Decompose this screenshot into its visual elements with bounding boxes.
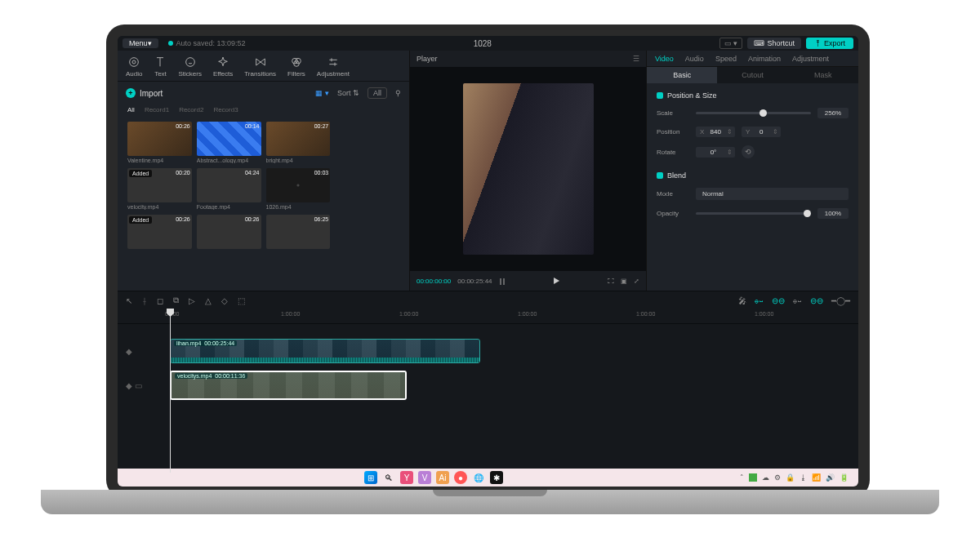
system-tray[interactable]: ˄ ☁⚙🔒⭳📶🔊🔋: [740, 473, 849, 482]
split-icon[interactable]: ⟊: [142, 296, 147, 305]
scale-value[interactable]: 256%: [817, 108, 849, 118]
start-icon[interactable]: ⊞: [364, 471, 377, 484]
lib-tab-r2[interactable]: Record2: [179, 106, 203, 113]
svg-point-2: [185, 58, 194, 67]
timecode-current: 00:00:00:00: [416, 278, 451, 285]
export-button[interactable]: ⭱ Export: [806, 38, 853, 49]
view-grid-icon[interactable]: ▦ ▾: [315, 89, 329, 97]
blend-mode-select[interactable]: Normal: [696, 188, 849, 200]
link1-icon[interactable]: ⊖ꟷ: [755, 296, 764, 305]
player-viewport[interactable]: [410, 67, 646, 271]
media-item[interactable]: 00:14Abstract...ology.mp4: [197, 122, 261, 163]
fullscreen-icon[interactable]: ⤢: [634, 278, 639, 285]
rotate-input[interactable]: 0°⇕: [696, 147, 735, 158]
tab-audio[interactable]: Audio: [685, 55, 704, 63]
tab-speed[interactable]: Speed: [715, 55, 737, 63]
opacity-value[interactable]: 100%: [817, 208, 849, 219]
timeline-ruler[interactable]: 00:00 1:00:00 1:00:00 1:00:00 1:00:00 1:…: [118, 309, 858, 324]
media-grid: 00:26Valentine.mp4 00:14Abstract...ology…: [118, 115, 409, 291]
position-y-input[interactable]: Y0⇕: [742, 127, 781, 137]
mic-icon[interactable]: 🎤︎: [738, 296, 746, 305]
search-icon[interactable]: ⚲: [395, 89, 401, 97]
media-item[interactable]: 04:24Footage.mp4: [197, 168, 261, 210]
play-icon[interactable]: [550, 275, 562, 287]
zoom-slider-icon[interactable]: ━◯━: [831, 296, 850, 305]
clip-lihan[interactable]: lihan.mp4 00:00:25:44: [170, 339, 480, 363]
autosave-indicator: Auto saved: 13:09:52: [168, 39, 246, 47]
media-item[interactable]: 06:25: [266, 215, 331, 249]
track-toggle-icon[interactable]: ◆: [126, 347, 150, 356]
tool-adjustment[interactable]: Adjustment: [317, 56, 350, 78]
tab-video[interactable]: Video: [655, 55, 674, 63]
diamond-icon[interactable]: ◇: [221, 296, 228, 305]
link2-icon[interactable]: ⊖⊖: [772, 296, 785, 305]
tool-filters[interactable]: Filters: [287, 56, 305, 78]
link4-icon[interactable]: ⊖⊖: [810, 296, 823, 305]
crop2-icon[interactable]: ⬚: [238, 296, 245, 305]
tool-text[interactable]: Text: [154, 56, 167, 78]
player-menu-icon[interactable]: ☰: [633, 55, 639, 63]
link3-icon[interactable]: ⊖ꟷ: [793, 296, 802, 305]
timeline-tracks[interactable]: ◆ lihan.mp4 00:00:25:44 ◆ ▭ velocitys.mp…: [118, 324, 858, 469]
lib-tab-r1[interactable]: Record1: [145, 106, 169, 113]
warn-icon[interactable]: △: [205, 296, 212, 305]
mode-label: Mode: [657, 190, 689, 198]
scale-fit-icon[interactable]: ⛶: [608, 278, 614, 285]
lib-tab-r3[interactable]: Record3: [213, 106, 238, 113]
sort-button[interactable]: Sort ⇅: [337, 89, 359, 97]
track-toggle-icon[interactable]: ◆ ▭: [126, 381, 150, 390]
search-icon[interactable]: 🔍︎: [382, 471, 395, 484]
tool-stickers[interactable]: Stickers: [178, 56, 201, 78]
crop-icon[interactable]: ◻: [157, 296, 163, 305]
app-icon[interactable]: Ai: [436, 471, 449, 484]
tab-animation[interactable]: Animation: [748, 55, 781, 63]
section-blend: Blend: [657, 171, 849, 180]
tool-effects[interactable]: Effects: [213, 56, 233, 78]
check-icon: [657, 172, 663, 179]
app-icon[interactable]: ●: [454, 471, 467, 484]
tool-transitions[interactable]: Transitions: [244, 56, 276, 78]
play-icon[interactable]: ▷: [189, 296, 195, 305]
pointer-icon[interactable]: ↖: [126, 296, 132, 305]
rotate-reset-icon[interactable]: ⟲: [742, 145, 755, 158]
media-item[interactable]: 00:031026.mp4: [266, 168, 331, 210]
media-item[interactable]: 00:26: [197, 215, 261, 249]
media-item[interactable]: 00:26Valentine.mp4: [127, 122, 192, 163]
subtab-basic[interactable]: Basic: [647, 67, 717, 83]
prev-frame-icon[interactable]: ‖‖: [499, 278, 506, 285]
tool-audio[interactable]: Audio: [126, 56, 142, 78]
media-item[interactable]: Added00:26: [127, 215, 192, 249]
app-icon[interactable]: Y: [400, 471, 413, 484]
timecode-duration: 00:00:25:44: [457, 278, 492, 285]
section-position-size: Position & Size: [657, 91, 849, 100]
lib-tab-all[interactable]: All: [127, 106, 135, 113]
playhead[interactable]: [170, 309, 171, 473]
position-x-input[interactable]: X840⇕: [696, 127, 735, 137]
menu-button[interactable]: Menu▾: [122, 38, 158, 48]
media-item[interactable]: Added00:20velocity.mp4: [127, 168, 192, 210]
clip-velocitys[interactable]: velocitys.mp4 00:00:11:36: [170, 371, 407, 400]
project-title: 1028: [246, 39, 719, 48]
timeline-toolbar: ↖ ⟊ ◻ ⧉ ▷ △ ◇ ⬚ 🎤︎ ⊖ꟷ ⊖⊖ ⊖ꟷ ⊖⊖ ━◯━: [118, 291, 858, 309]
rotate-label: Rotate: [657, 149, 689, 156]
aspect-button[interactable]: ▭ ▾: [719, 38, 743, 49]
subtab-cutout[interactable]: Cutout: [717, 67, 787, 83]
tab-adjustment[interactable]: Adjustment: [792, 55, 829, 63]
opacity-slider[interactable]: [696, 212, 811, 215]
laptop-base: [41, 490, 939, 514]
capcut-icon[interactable]: ✱: [490, 471, 503, 484]
autosave-dot-icon: [168, 41, 173, 46]
tray-icon[interactable]: [749, 473, 757, 482]
edge-icon[interactable]: 🌐: [472, 471, 485, 484]
filter-all-button[interactable]: All: [368, 87, 387, 99]
copy-icon[interactable]: ⧉: [173, 295, 179, 305]
shortcut-button[interactable]: ⌨ Shortcut: [747, 38, 801, 49]
scale-slider[interactable]: [696, 112, 811, 114]
ratio-icon[interactable]: ▣: [621, 278, 627, 285]
titlebar: Menu▾ Auto saved: 13:09:52 1028 ▭ ▾ ⌨ Sh…: [118, 36, 858, 51]
subtab-mask[interactable]: Mask: [788, 67, 858, 83]
chevron-up-icon[interactable]: ˄: [740, 473, 744, 482]
app-icon[interactable]: V: [418, 471, 431, 484]
import-button[interactable]: + Import: [126, 88, 163, 98]
media-item[interactable]: 00:27bright.mp4: [266, 122, 331, 163]
